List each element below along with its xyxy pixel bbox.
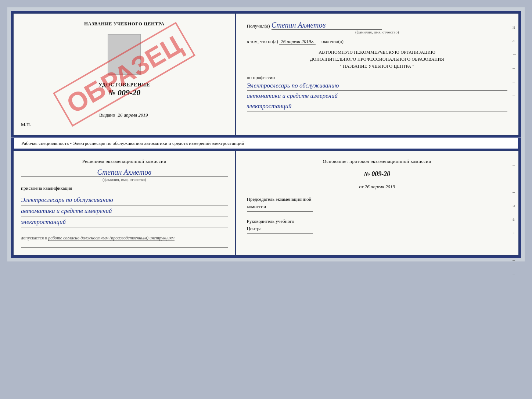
qual-line1: Электрослесарь по обслуживанию <box>21 195 228 206</box>
issued-date: 26 апреля 2019 <box>116 112 149 118</box>
protocol-number: № 009-20 <box>247 170 507 178</box>
top-diploma-left: НАЗВАНИЕ УЧЕБНОГО ЦЕНТРА УДОСТОВЕРЕНИЕ №… <box>14 14 236 135</box>
bottom-name-cursive: Степан Ахметов <box>21 168 228 177</box>
profession-block: по профессии Электрослесарь по обслужива… <box>247 75 507 112</box>
right-marks-top: и а ← – – – <box>513 25 517 98</box>
bottom-name-sublabel: (фамилия, имя, отчество) <box>21 177 228 182</box>
date-suffix: окончил(а) <box>321 39 344 44</box>
org-block: АВТОНОМНУЮ НЕКОММЕРЧЕСКУЮ ОРГАНИЗАЦИЮ ДО… <box>247 49 507 70</box>
decision-text: Решением экзаменационной комиссии <box>21 158 228 164</box>
org-line3: " НАЗВАНИЕ УЧЕБНОГО ЦЕНТРА " <box>247 63 507 70</box>
chairman-line1: Председатель экзаменационной <box>247 196 507 203</box>
director-signature-line <box>247 234 313 234</box>
top-diploma: НАЗВАНИЕ УЧЕБНОГО ЦЕНТРА УДОСТОВЕРЕНИЕ №… <box>12 13 520 136</box>
qualification-block: Электрослесарь по обслуживанию автоматик… <box>21 195 228 228</box>
qualification-label: присвоена квалификация <box>21 185 228 191</box>
qual-line3: электростанций <box>21 217 228 228</box>
protocol-date: 26 апреля 2019 <box>365 184 395 189</box>
cert-number-block: УДОСТОВЕРЕНИЕ № 009-20 <box>98 82 150 97</box>
bottom-name-block: Степан Ахметов (фамилия, имя, отчество) <box>21 168 228 182</box>
org-line1: АВТОНОМНУЮ НЕКОММЕРЧЕСКУЮ ОРГАНИЗАЦИЮ <box>247 49 507 56</box>
allowed-prefix: допускается к <box>21 235 47 241</box>
bottom-diploma-outer: Решением экзаменационной комиссии Степан… <box>11 149 521 258</box>
photo-placeholder <box>108 34 141 75</box>
allowed-text: работе согласно должностным (производств… <box>48 235 175 241</box>
right-marks-bottom: – – – и а ← – – – <box>513 162 517 277</box>
profession-label: по профессии <box>247 75 507 81</box>
director-block: Руководитель учебного Центра <box>247 218 507 234</box>
bottom-diploma-right: Основание: протокол экзаменационной коми… <box>236 151 518 255</box>
page-wrapper: НАЗВАНИЕ УЧЕБНОГО ЦЕНТРА УДОСТОВЕРЕНИЕ №… <box>7 7 525 261</box>
name-sublabel-top: (фамилия, имя, отчество) <box>247 30 507 34</box>
bottom-signature-line-left <box>21 247 228 248</box>
director-line1: Руководитель учебного <box>247 218 507 225</box>
bottom-diploma-left: Решением экзаменационной комиссии Степан… <box>14 151 236 255</box>
profession-line3: электростанций <box>247 101 507 111</box>
received-prefix: Получил(а) <box>247 23 270 29</box>
bottom-diploma: Решением экзаменационной комиссии Степан… <box>12 150 520 256</box>
date-value: 26 апреля 2019г. <box>279 39 315 44</box>
profession-line2: автоматики и средств измерений <box>247 91 507 101</box>
mp-label: М.П. <box>21 122 31 128</box>
chairman-line2: комиссии <box>247 203 507 210</box>
profession-line1: Электрослесарь по обслуживанию <box>247 81 507 91</box>
cert-title: УДОСТОВЕРЕНИЕ <box>98 82 150 88</box>
chairman-block: Председатель экзаменационной комиссии <box>247 196 507 212</box>
cert-number: № 009-20 <box>98 88 150 97</box>
specialty-text: Рабочая специальность - Электрослесарь п… <box>21 140 244 146</box>
protocol-date-block: от 26 апреля 2019 <box>247 184 507 190</box>
received-block: Получил(а) Степан Ахметов (фамилия, имя,… <box>247 21 507 34</box>
received-name: Степан Ахметов <box>272 21 382 30</box>
training-center-title: НАЗВАНИЕ УЧЕБНОГО ЦЕНТРА <box>84 21 165 27</box>
top-diploma-outer: НАЗВАНИЕ УЧЕБНОГО ЦЕНТРА УДОСТОВЕРЕНИЕ №… <box>11 11 521 138</box>
top-diploma-right: Получил(а) Степан Ахметов (фамилия, имя,… <box>236 14 518 135</box>
allowed-block: допускается к работе согласно должностны… <box>21 235 228 241</box>
org-line2: ДОПОЛНИТЕЛЬНОГО ПРОФЕССИОНАЛЬНОГО ОБРАЗО… <box>247 56 507 63</box>
specialty-bar: Рабочая специальность - Электрослесарь п… <box>11 138 521 149</box>
director-line2: Центра <box>247 225 507 232</box>
issued-line: Выдано 26 апреля 2019 <box>99 112 150 118</box>
qual-line2: автоматики и средств измерений <box>21 206 228 217</box>
basis-title: Основание: протокол экзаменационной коми… <box>247 158 507 164</box>
protocol-date-prefix: от <box>359 184 364 189</box>
date-prefix: в том, что он(а) <box>247 39 278 44</box>
chairman-signature-line <box>247 211 313 212</box>
date-block: в том, что он(а) 26 апреля 2019г. окончи… <box>247 39 507 44</box>
issued-label: Выдано <box>99 112 115 118</box>
